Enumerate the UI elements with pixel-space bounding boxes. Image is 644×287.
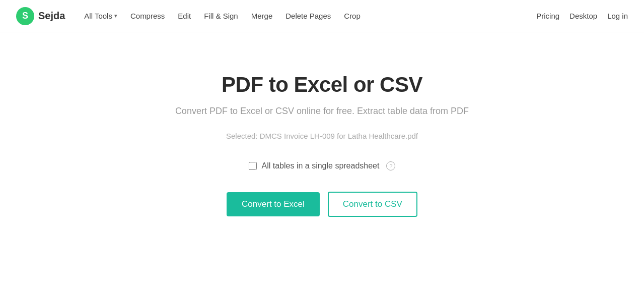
logo-text: Sejda — [38, 10, 65, 22]
help-icon[interactable]: ? — [386, 161, 395, 170]
nav-left: S Sejda All Tools ▾ Compress Edit Fill &… — [16, 7, 366, 25]
logo-icon: S — [16, 7, 34, 25]
nav-item-edit[interactable]: Edit — [173, 9, 196, 23]
page-title: PDF to Excel or CSV — [222, 73, 422, 97]
nav-item-desktop[interactable]: Desktop — [569, 12, 597, 20]
options-row: All tables in a single spreadsheet ? — [249, 161, 396, 170]
nav-item-crop[interactable]: Crop — [339, 9, 366, 23]
all-tables-checkbox[interactable] — [249, 162, 257, 170]
main-nav: All Tools ▾ Compress Edit Fill & Sign Me… — [79, 9, 365, 23]
nav-item-merge[interactable]: Merge — [246, 9, 278, 23]
header: S Sejda All Tools ▾ Compress Edit Fill &… — [0, 0, 644, 32]
nav-item-delete-pages[interactable]: Delete Pages — [280, 9, 336, 23]
nav-right: Pricing Desktop Log in — [536, 12, 628, 20]
convert-to-csv-button[interactable]: Convert to CSV — [328, 192, 417, 217]
selected-file-info: Selected: DMCS Invoice LH-009 for Latha … — [226, 132, 418, 140]
nav-item-login[interactable]: Log in — [607, 12, 628, 20]
convert-to-excel-button[interactable]: Convert to Excel — [227, 192, 320, 216]
nav-item-pricing[interactable]: Pricing — [536, 12, 559, 20]
chevron-down-icon: ▾ — [114, 13, 117, 19]
all-tables-label[interactable]: All tables in a single spreadsheet — [262, 161, 380, 170]
logo[interactable]: S Sejda — [16, 7, 65, 25]
buttons-row: Convert to Excel Convert to CSV — [227, 192, 417, 217]
nav-item-all-tools[interactable]: All Tools ▾ — [79, 9, 122, 23]
nav-item-fill-sign[interactable]: Fill & Sign — [199, 9, 243, 23]
main-content: PDF to Excel or CSV Convert PDF to Excel… — [0, 32, 644, 217]
nav-item-compress[interactable]: Compress — [125, 9, 170, 23]
page-subtitle: Convert PDF to Excel or CSV online for f… — [175, 106, 469, 117]
